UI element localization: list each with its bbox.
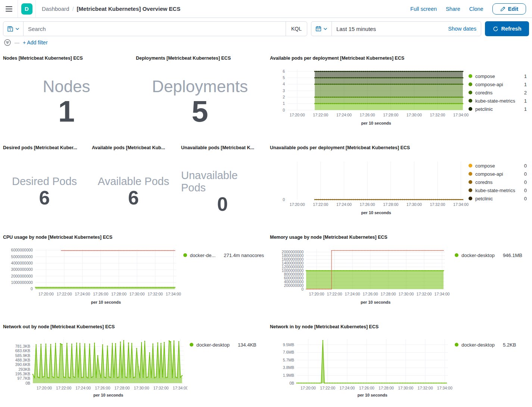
panel-title: Network out by node [Metricbeat Kubernet…: [3, 323, 264, 330]
svg-text:17:24:00: 17:24:00: [75, 292, 90, 296]
legend-value: 0: [524, 163, 529, 169]
svg-text:1000000000: 1000000000: [11, 281, 33, 285]
legend-item[interactable]: petclinic0: [469, 194, 529, 203]
legend-item[interactable]: kube-state-metrics1: [469, 97, 529, 105]
svg-text:17:26:00: 17:26:00: [360, 113, 375, 117]
metric-label: Available Pods: [98, 175, 169, 188]
refresh-button-label: Refresh: [501, 26, 522, 32]
legend-value: 1: [524, 98, 529, 104]
pencil-icon: [500, 6, 505, 12]
svg-text:17:22:00: 17:22:00: [313, 202, 328, 207]
svg-text:17:34:00: 17:34:00: [173, 386, 187, 390]
legend-item[interactable]: compose0: [469, 162, 529, 170]
svg-text:7.6MB: 7.6MB: [283, 350, 294, 354]
legend-color-dot: [183, 253, 187, 257]
svg-text:17:22:00: 17:22:00: [327, 292, 342, 296]
legend-label: compose: [475, 73, 495, 79]
metric-value: 5: [192, 96, 208, 127]
chart-canvas[interactable]: 17:20:0017:22:0017:24:0017:26:0017:28:00…: [270, 151, 469, 229]
legend-label: petclinic: [475, 196, 493, 201]
legend-color-dot: [469, 164, 472, 168]
panel-title: Unavailable pods per deployment [Metricb…: [270, 144, 529, 151]
show-dates-button[interactable]: Show dates: [448, 26, 481, 32]
svg-text:17:28:00: 17:28:00: [383, 202, 398, 207]
svg-text:17:32:00: 17:32:00: [153, 386, 169, 390]
quick-select-time-button[interactable]: [311, 22, 332, 36]
legend-item[interactable]: docker-de...271.4m nanocores: [183, 251, 264, 259]
metric-value: 6: [39, 188, 50, 208]
svg-text:17:20:00: 17:20:00: [38, 292, 54, 296]
svg-text:6: 6: [283, 69, 285, 73]
query-language-button[interactable]: KQL: [286, 22, 307, 36]
svg-text:17:28:00: 17:28:00: [111, 292, 127, 296]
space-avatar[interactable]: D: [21, 3, 32, 15]
edit-button[interactable]: Edit: [492, 3, 526, 15]
legend-value: 946.1MB: [503, 253, 522, 258]
legend-item[interactable]: docker-desktop946.1MB: [455, 251, 529, 259]
time-range-value[interactable]: Last 15 minutes: [332, 26, 448, 32]
svg-text:6000000000: 6000000000: [11, 248, 33, 252]
chart-canvas[interactable]: 17:20:0017:22:0017:24:0017:26:0017:28:00…: [270, 62, 469, 140]
svg-text:488.3KB: 488.3KB: [15, 358, 30, 362]
legend-item[interactable]: petclinic1: [469, 105, 529, 113]
search-box: KQL: [3, 21, 307, 36]
chart-canvas[interactable]: 17:20:0017:22:0017:24:0017:26:0017:28:00…: [270, 330, 452, 403]
menu-hamburger-icon[interactable]: [0, 0, 18, 18]
chart-canvas[interactable]: 17:20:0017:22:0017:24:0017:26:0017:28:00…: [3, 241, 181, 319]
unavailable-pods-chart: 17:20:0017:22:0017:24:0017:26:0017:28:00…: [270, 151, 529, 229]
metric-value: 1: [58, 96, 75, 127]
legend-item[interactable]: coredns2: [469, 88, 529, 97]
svg-text:17:34:00: 17:34:00: [437, 386, 452, 390]
chart-legend: docker-desktop946.1MB: [452, 241, 529, 319]
search-input[interactable]: [24, 22, 286, 36]
svg-text:17:28:00: 17:28:00: [114, 386, 130, 390]
legend-color-dot: [469, 107, 472, 111]
svg-text:17:28:00: 17:28:00: [383, 113, 398, 117]
save-icon: [7, 26, 13, 32]
panel-title: Nodes [Metricbeat Kubernetes] ECS: [3, 55, 130, 62]
panel-memory-usage: Memory usage by node [Metricbeat Kuberne…: [267, 232, 532, 321]
network-in-chart: 17:20:0017:22:0017:24:0017:26:0017:28:00…: [270, 330, 529, 403]
chart-legend: compose1compose-api1coredns2kube-state-m…: [469, 62, 529, 140]
legend-item[interactable]: kube-state-metrics0: [469, 186, 529, 194]
legend-item[interactable]: docker-desktop134.4KB: [190, 341, 264, 349]
breadcrumb-dashboard-link[interactable]: Dashboard: [42, 6, 69, 12]
legend-item[interactable]: compose1: [469, 72, 529, 80]
svg-text:5.7MB: 5.7MB: [283, 358, 294, 362]
refresh-button[interactable]: Refresh: [485, 21, 529, 36]
saved-query-menu-button[interactable]: [3, 22, 24, 36]
panel-desired-pods: Desired pods [Metricbeat Kuber... Desire…: [0, 142, 89, 232]
top-navigation-bar: D Dashboard / [Metricbeat Kubernetes] Ov…: [0, 0, 532, 18]
legend-color-dot: [469, 180, 472, 184]
chart-legend: compose0compose-api0coredns0kube-state-m…: [469, 151, 529, 229]
legend-item[interactable]: docker-desktop5.2KB: [455, 341, 529, 349]
chevron-down-icon: [15, 27, 19, 31]
clone-button[interactable]: Clone: [469, 6, 483, 12]
chart-canvas[interactable]: 17:20:0017:22:0017:24:0017:26:0017:28:00…: [3, 330, 187, 403]
svg-text:per 10 seconds: per 10 seconds: [357, 393, 387, 397]
legend-item[interactable]: coredns0: [469, 178, 529, 186]
svg-text:585.9KB: 585.9KB: [15, 353, 30, 358]
refresh-icon: [493, 26, 498, 32]
add-filter-button[interactable]: + Add filter: [23, 40, 48, 46]
share-button[interactable]: Share: [446, 6, 460, 12]
svg-text:17:20:00: 17:20:00: [309, 292, 324, 296]
panel-title: Desired pods [Metricbeat Kuber...: [3, 144, 86, 151]
panel-title: Available pods [Metricbeat Kub...: [92, 144, 175, 151]
legend-item[interactable]: compose-api0: [469, 170, 529, 178]
full-screen-button[interactable]: Full screen: [410, 6, 437, 12]
unavailable-pods-metric: Unavailable Pods 0: [181, 153, 264, 231]
svg-text:293KB: 293KB: [18, 367, 30, 372]
legend-label: compose-api: [475, 82, 503, 87]
svg-text:17:28:00: 17:28:00: [379, 386, 394, 390]
filter-icon[interactable]: [4, 39, 11, 46]
legend-color-dot: [469, 91, 472, 94]
svg-text:17:24:00: 17:24:00: [75, 386, 91, 390]
legend-label: kube-state-metrics: [475, 98, 515, 104]
panel-available-pods: Available pods [Metricbeat Kub... Availa…: [89, 142, 178, 232]
svg-text:683.6KB: 683.6KB: [15, 348, 30, 353]
chart-canvas[interactable]: 17:20:0017:22:0017:24:0017:26:0017:28:00…: [270, 241, 452, 319]
memory-usage-chart: 17:20:0017:22:0017:24:0017:26:0017:28:00…: [270, 241, 529, 319]
legend-value: 1: [524, 106, 529, 112]
legend-item[interactable]: compose-api1: [469, 80, 529, 88]
